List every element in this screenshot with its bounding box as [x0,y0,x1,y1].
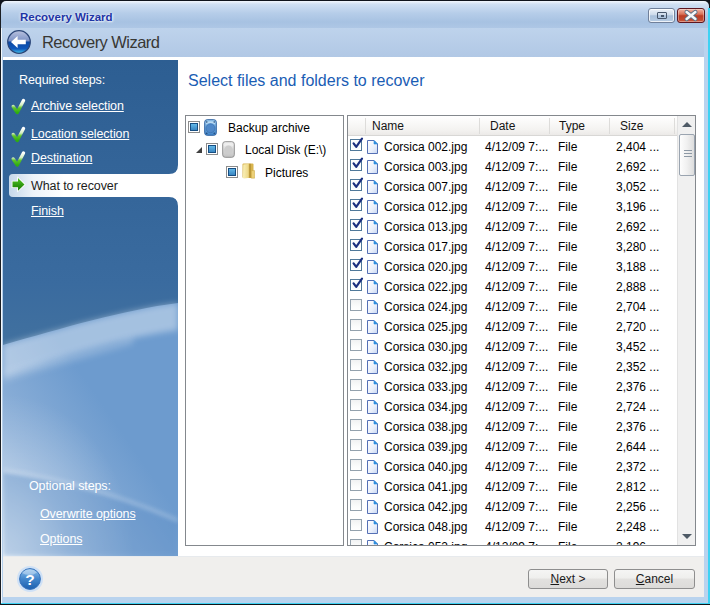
svg-text:?: ? [25,571,34,588]
